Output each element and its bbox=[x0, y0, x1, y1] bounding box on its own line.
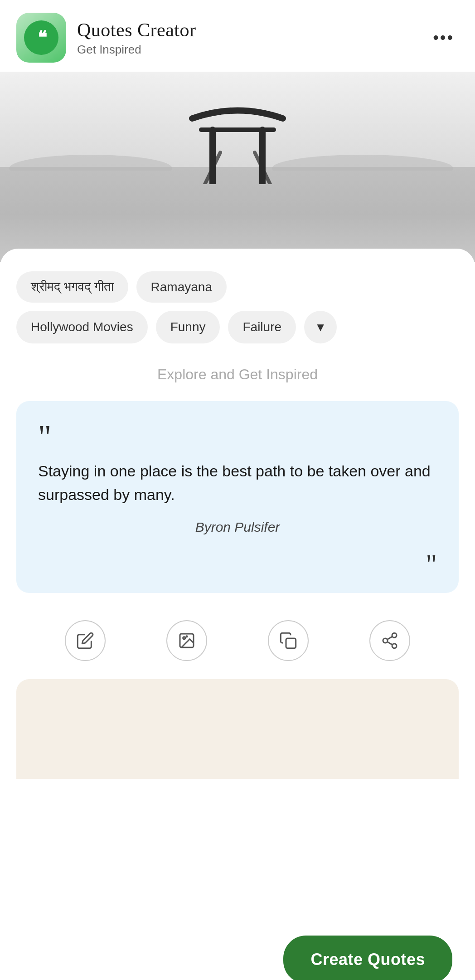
svg-line-15 bbox=[387, 642, 392, 645]
open-quote-mark: " bbox=[38, 424, 437, 450]
chip-bhagavad-gita[interactable]: श्रीमद् भगवद् गीता bbox=[16, 271, 128, 303]
action-row bbox=[16, 611, 459, 670]
share-icon bbox=[381, 632, 399, 650]
header-title-group: Quotes Creator Get Inspired bbox=[77, 19, 196, 57]
svg-point-14 bbox=[392, 644, 397, 648]
header: ❝ Quotes Creator Get Inspired ••• bbox=[0, 0, 475, 72]
edit-button[interactable] bbox=[65, 620, 106, 661]
app-icon-inner: ❝ bbox=[24, 20, 58, 55]
more-menu-button[interactable]: ••• bbox=[428, 24, 459, 52]
app-icon: ❝ bbox=[16, 13, 66, 63]
create-quotes-button[interactable]: Create Quotes bbox=[283, 936, 452, 980]
svg-point-13 bbox=[383, 638, 388, 643]
header-left: ❝ Quotes Creator Get Inspired bbox=[16, 13, 196, 63]
svg-rect-11 bbox=[286, 638, 296, 648]
add-image-button[interactable] bbox=[166, 620, 207, 661]
explore-text: Explore and Get Inspired bbox=[16, 366, 459, 383]
app-title: Quotes Creator bbox=[77, 19, 196, 41]
svg-point-0 bbox=[9, 155, 172, 171]
app-logo-quote-mark: ❝ bbox=[38, 29, 45, 46]
copy-icon bbox=[279, 632, 297, 650]
chip-ramayana[interactable]: Ramayana bbox=[136, 271, 227, 303]
app-subtitle: Get Inspired bbox=[77, 43, 196, 57]
share-button[interactable] bbox=[369, 620, 410, 661]
svg-point-8 bbox=[183, 637, 185, 639]
app-container: ❝ Quotes Creator Get Inspired ••• bbox=[0, 0, 475, 980]
chip-hollywood[interactable]: Hollywood Movies bbox=[16, 311, 148, 343]
quote-text: Staying in one place is the best path to… bbox=[38, 459, 437, 507]
add-image-icon bbox=[178, 632, 196, 650]
chip-funny[interactable]: Funny bbox=[156, 311, 220, 343]
close-quote-mark: " bbox=[38, 553, 437, 575]
svg-point-12 bbox=[392, 633, 397, 637]
hero-image bbox=[0, 72, 475, 262]
edit-icon bbox=[76, 632, 94, 650]
chip-failure[interactable]: Failure bbox=[228, 311, 296, 343]
torii-gate bbox=[188, 93, 287, 186]
category-row-1: श्रीमद् भगवद् गीता Ramayana bbox=[16, 271, 459, 303]
quote-author: Byron Pulsifer bbox=[38, 519, 437, 535]
svg-point-1 bbox=[272, 155, 453, 171]
quote-card: " Staying in one place is the best path … bbox=[16, 401, 459, 593]
chip-dropdown[interactable]: ▼ bbox=[304, 311, 337, 343]
second-card-preview bbox=[16, 679, 459, 779]
copy-button[interactable] bbox=[268, 620, 309, 661]
category-row-2: Hollywood Movies Funny Failure ▼ bbox=[16, 311, 459, 343]
svg-line-16 bbox=[387, 637, 392, 640]
content-card: श्रीमद् भगवद् गीता Ramayana Hollywood Mo… bbox=[0, 249, 475, 980]
